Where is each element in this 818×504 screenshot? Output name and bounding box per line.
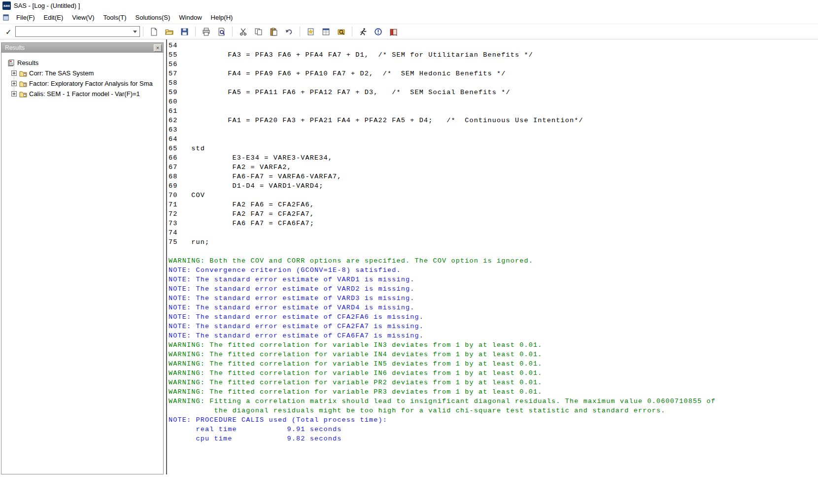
tree-item-results-root[interactable]: Results: [5, 58, 162, 68]
log-pane[interactable]: 5455 FA3 = PFA3 FA6 + PFA4 FA7 + D1, /* …: [166, 39, 818, 474]
print-button[interactable]: [200, 25, 213, 38]
command-input[interactable]: [16, 27, 131, 36]
submit-button[interactable]: [356, 25, 370, 38]
log-line: 58: [169, 78, 818, 88]
log-line: 68 FA6-FA7 = VARFA6-VARFA7,: [169, 172, 818, 181]
tree-expander-plus-icon[interactable]: [11, 70, 17, 76]
help-icon: [389, 28, 398, 36]
log-line: NOTE: Convergence criterion (GCONV=1E-8)…: [169, 266, 818, 275]
sas-window: sas SAS - [Log - (Untitled) ] File(F)Edi…: [0, 0, 818, 39]
open-folder-button[interactable]: [163, 25, 176, 38]
log-line: 64: [169, 134, 818, 144]
log-line: WARNING: Both the COV and CORR options a…: [169, 256, 818, 266]
log-line: real time 9.91 seconds: [169, 425, 818, 434]
toolbar: ✓: [0, 24, 818, 39]
log-line: NOTE: The standard error estimate of VAR…: [169, 275, 818, 284]
paste-button[interactable]: [267, 25, 280, 38]
procedure-results-icon: [19, 80, 27, 88]
log-line: NOTE: The standard error estimate of CFA…: [169, 331, 818, 340]
menu-window[interactable]: Window: [174, 12, 206, 23]
tree-children: Corr: The SAS SystemFactor: Exploratory …: [5, 68, 162, 99]
log-line: NOTE: The standard error estimate of CFA…: [169, 322, 818, 331]
log-line: NOTE: The standard error estimate of VAR…: [169, 284, 818, 294]
log-line: WARNING: The fitted correlation for vari…: [169, 369, 818, 378]
log-line: 65 std: [169, 144, 818, 153]
main-area: Results × ResultsCorr: The SAS SystemFac…: [0, 39, 818, 504]
save-icon: [180, 28, 189, 36]
new-library-button[interactable]: [304, 25, 317, 38]
undo-button[interactable]: [282, 25, 296, 38]
procedure-results-icon: [19, 69, 27, 77]
log-line: WARNING: The fitted correlation for vari…: [169, 378, 818, 387]
log-line: NOTE: PROCEDURE CALIS used (Total proces…: [169, 415, 818, 425]
log-line: 61: [169, 106, 818, 116]
log-line: 74: [169, 228, 818, 237]
check-icon: ✓: [5, 28, 12, 36]
tree-item[interactable]: Calis: SEM - 1 Factor model - Var(F)=1: [5, 89, 162, 99]
log-line: WARNING: The fitted correlation for vari…: [169, 387, 818, 397]
new-document-button[interactable]: [147, 25, 161, 38]
menu-tools[interactable]: Tools(T): [99, 12, 131, 23]
log-line: 70 COV: [169, 191, 818, 200]
log-line: 57 FA4 = PFA9 FA6 + PFA10 FA7 + D2, /* S…: [169, 69, 818, 78]
command-check-button[interactable]: ✓: [3, 27, 15, 36]
combobox-dropdown-button[interactable]: [131, 27, 139, 36]
panel-title: Results: [5, 44, 25, 51]
print-preview-icon: [217, 28, 226, 36]
results-tree: ResultsCorr: The SAS SystemFactor: Explo…: [1, 53, 163, 99]
close-button[interactable]: ×: [154, 44, 162, 52]
open-folder-icon: [165, 28, 173, 36]
log-line: NOTE: The standard error estimate of VAR…: [169, 294, 818, 303]
break-button[interactable]: [372, 25, 385, 38]
menu-file[interactable]: File(F): [12, 12, 39, 23]
explorer-icon: [337, 28, 345, 36]
toolbar-separator: [232, 27, 233, 36]
print-preview-button[interactable]: [215, 25, 228, 38]
tree-expander-plus-icon[interactable]: [11, 81, 17, 86]
results-folder-icon: [7, 59, 15, 67]
menu-solutions[interactable]: Solutions(S): [131, 12, 175, 23]
copy-button[interactable]: [252, 25, 265, 38]
explorer-button[interactable]: [335, 25, 348, 38]
tree-item-label: Corr: The SAS System: [29, 69, 94, 77]
save-button[interactable]: [178, 25, 191, 38]
log-line: 63: [169, 125, 818, 134]
toolbar-separator: [352, 27, 352, 36]
new-document-icon: [150, 28, 158, 36]
log-line: WARNING: The fitted correlation for vari…: [169, 340, 818, 350]
command-combobox: [15, 26, 140, 37]
tree-item[interactable]: Factor: Exploratory Factor Analysis for …: [5, 78, 162, 89]
log-line: NOTE: The standard error estimate of VAR…: [169, 303, 818, 312]
log-line: 71 FA2 FA6 = CFA2FA6,: [169, 200, 818, 209]
tree-expander-plus-icon[interactable]: [11, 91, 17, 97]
menu-help[interactable]: Help(H): [206, 12, 238, 23]
undo-icon: [285, 28, 293, 36]
programs-window-button[interactable]: [319, 25, 333, 38]
log-line: 59 FA5 = PFA11 FA6 + PFA12 FA7 + D3, /* …: [169, 88, 818, 97]
menu-edit[interactable]: Edit(E): [39, 12, 68, 23]
help-button[interactable]: [387, 25, 400, 38]
log-line: 75 run;: [169, 237, 818, 247]
document-system-icon[interactable]: [2, 14, 10, 21]
log-line: 73 FA6 FA7 = CFA6FA7;: [169, 219, 818, 228]
log-line: WARNING: The fitted correlation for vari…: [169, 359, 818, 369]
menu-view[interactable]: View(V): [68, 12, 99, 23]
tree-item-label: Results: [17, 59, 38, 67]
log-line: the diagonal residuals might be too high…: [169, 406, 818, 415]
break-icon: [374, 28, 382, 36]
cut-icon: [239, 28, 247, 36]
log-line: 66 E3-E34 = VARE3-VARE34,: [169, 153, 818, 163]
log-line: 69 D1-D4 = VARD1-VARD4;: [169, 181, 818, 191]
results-panel-header[interactable]: Results ×: [1, 43, 163, 53]
cut-button[interactable]: [237, 25, 250, 38]
log-line: 60: [169, 97, 818, 106]
titlebar: sas SAS - [Log - (Untitled) ]: [0, 0, 818, 11]
toolbar-separator: [300, 27, 300, 36]
paste-icon: [270, 28, 278, 36]
tree-item[interactable]: Corr: The SAS System: [5, 68, 162, 78]
toolbar-buttons: [140, 25, 401, 38]
log-line: 67 FA2 = VARFA2,: [169, 163, 818, 172]
tree-item-label: Factor: Exploratory Factor Analysis for …: [29, 80, 153, 87]
log-line: 56: [169, 60, 818, 69]
log-line: WARNING: Fitting a correlation matrix sh…: [169, 397, 818, 406]
